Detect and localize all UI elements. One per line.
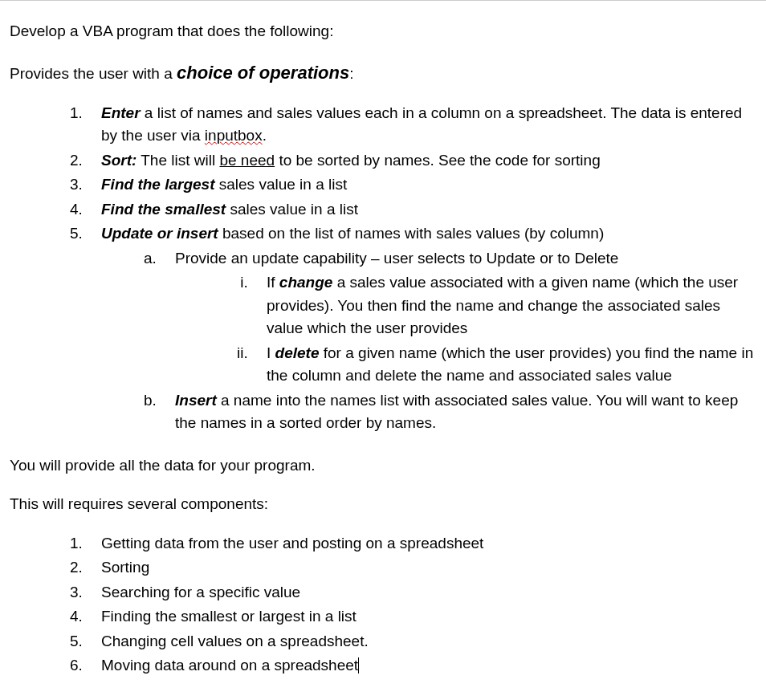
item3-bold: Find the largest	[101, 176, 214, 193]
item1-squiggly: inputbox	[205, 127, 263, 144]
sub-b-bold: Insert	[175, 392, 217, 409]
main-list: Enter a list of names and sales values e…	[10, 102, 756, 435]
main-item-2: Sort: The list will be need to be sorted…	[87, 149, 756, 173]
item4-text: sales value in a list	[226, 201, 358, 218]
comp-item-6: Moving data around on a spreadsheet	[87, 654, 756, 678]
mid-paragraph-2: This will requires several components:	[10, 493, 756, 516]
sub-i-post: a sales value associated with a given na…	[267, 274, 738, 336]
item4-bold: Find the smallest	[101, 201, 226, 218]
main-item-3: Find the largest sales value in a list	[87, 173, 756, 197]
mid-paragraph-1: You will provide all the data for your p…	[10, 454, 756, 478]
item1-after: .	[263, 127, 267, 144]
item2-underline: be need	[219, 152, 275, 169]
sub-ii-bold: delete	[275, 344, 320, 361]
item1-text: a list of names and sales values each in…	[101, 104, 742, 144]
intro2-pre: Provides the user with a	[10, 65, 177, 82]
item3-text: sales value in a list	[214, 176, 347, 193]
document-page: Develop a VBA program that does the foll…	[0, 0, 766, 700]
main-item-1: Enter a list of names and sales values e…	[87, 102, 756, 148]
comp-item-3: Searching for a specific value	[87, 581, 756, 604]
comp-item-5: Changing cell values on a spreadsheet.	[87, 630, 756, 653]
comp-item-4: Finding the smallest or largest in a lis…	[87, 605, 756, 629]
sub-item-b: Insert a name into the names list with a…	[161, 389, 756, 435]
sub-item-i: If change a sales value associated with …	[252, 271, 756, 340]
sub-b-text: a name into the names list with associat…	[175, 392, 738, 432]
sub-i-pre: If	[267, 274, 279, 291]
intro2-emphasis: choice of operations	[177, 63, 349, 83]
comp-item-2: Sorting	[87, 556, 756, 580]
item2-bold: Sort:	[101, 152, 136, 169]
main-item-5: Update or insert based on the list of na…	[87, 222, 756, 435]
sublist-i: If change a sales value associated with …	[175, 271, 756, 388]
intro-paragraph-1: Develop a VBA program that does the foll…	[10, 20, 756, 43]
sub-item-a: Provide an update capability – user sele…	[161, 247, 756, 388]
comp-item-6-text: Moving data around on a spreadsheet	[101, 657, 358, 674]
item2-post: to be sorted by names. See the code for …	[275, 152, 601, 169]
sub-ii-pre: I	[267, 344, 275, 361]
sub-i-bold: change	[279, 274, 333, 291]
item2-pre: The list will	[136, 152, 219, 169]
intro2-post: :	[349, 65, 353, 82]
text-cursor	[358, 657, 359, 674]
comp-item-1: Getting data from the user and posting o…	[87, 532, 756, 556]
sub-ii-post: for a given name (which the user provide…	[267, 344, 753, 385]
main-item-4: Find the smallest sales value in a list	[87, 198, 756, 222]
sub-a-text: Provide an update capability – user sele…	[175, 250, 618, 267]
item5-bold: Update or insert	[101, 225, 218, 242]
components-list: Getting data from the user and posting o…	[10, 532, 756, 678]
sub-item-ii: I delete for a given name (which the use…	[252, 342, 756, 388]
item5-text: based on the list of names with sales va…	[218, 225, 605, 242]
sublist-a: Provide an update capability – user sele…	[101, 247, 756, 435]
intro-paragraph-2: Provides the user with a choice of opera…	[10, 59, 756, 86]
item1-bold: Enter	[101, 104, 141, 121]
